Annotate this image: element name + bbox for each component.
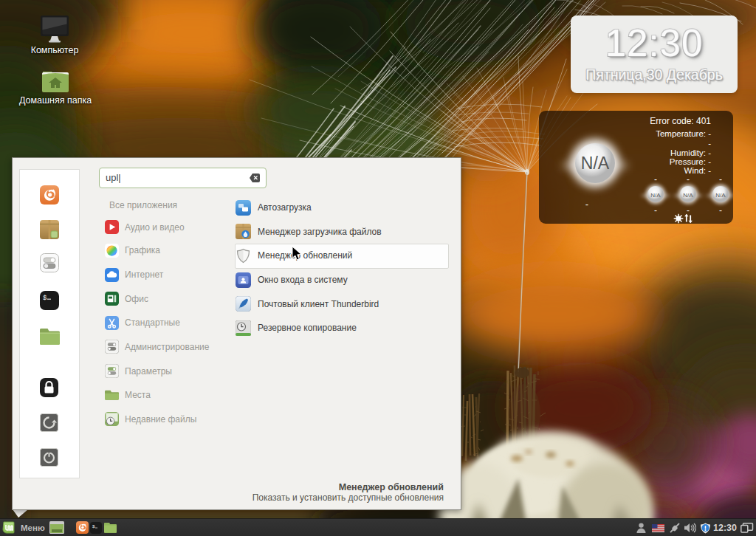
svg-text:N/A: N/A — [581, 154, 610, 173]
svg-text:-: - — [654, 205, 657, 216]
svg-text:$: $ — [43, 295, 47, 302]
svg-text:-: - — [719, 205, 722, 216]
svg-text:-: - — [585, 199, 588, 210]
svg-text:-: - — [687, 205, 690, 216]
svg-text:-: - — [719, 174, 722, 185]
svg-text:N/A: N/A — [650, 192, 661, 199]
svg-text:-: - — [654, 174, 657, 185]
svg-text:N/A: N/A — [715, 192, 726, 199]
svg-text:N/A: N/A — [683, 192, 693, 199]
svg-text:-: - — [687, 174, 690, 185]
svg-text:$: $ — [92, 524, 95, 529]
